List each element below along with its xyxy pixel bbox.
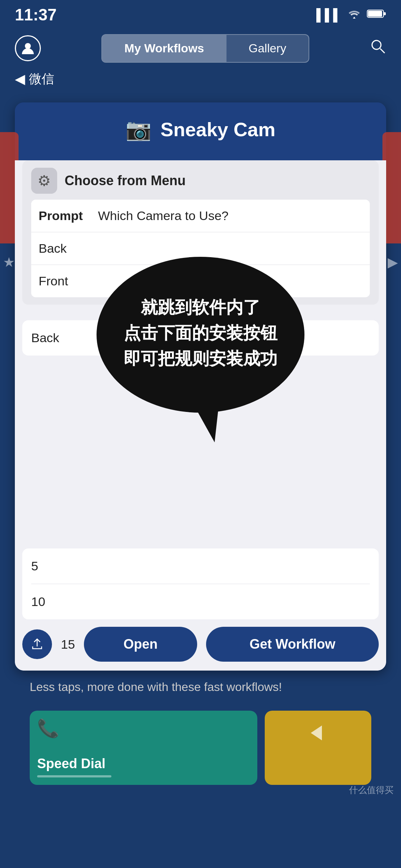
phone-icon: 📞 <box>37 718 59 739</box>
signal-icon: ▌▌▌ <box>316 8 342 22</box>
svg-line-5 <box>380 49 385 53</box>
back-arrow-icon: ◀ <box>15 71 25 87</box>
number-row-10: 10 <box>31 584 370 619</box>
bottom-action-bar: 15 Open Get Workflow <box>15 619 386 671</box>
card-header: 📷 Sneaky Cam <box>15 102 386 153</box>
front-item: Front <box>39 274 68 288</box>
open-button[interactable]: Open <box>84 627 197 662</box>
star-left-icon: ★ <box>3 255 15 270</box>
profile-icon[interactable] <box>15 35 41 61</box>
speech-bubble-text: 就跳到软件内了点击下面的安装按钮即可把规则安装成功 <box>124 295 277 371</box>
back-selected-text: Back <box>31 331 59 345</box>
prompt-value: Which Camera to Use? <box>98 209 228 223</box>
number-15: 15 <box>61 637 75 652</box>
workflow-card: 📷 Sneaky Cam ⚙ Choose from Menu Prompt W… <box>15 102 386 671</box>
svg-point-4 <box>372 40 381 49</box>
card-title: Sneaky Cam <box>160 118 275 141</box>
camera-icon: 📷 <box>125 117 151 142</box>
desc-text: Less taps, more done with these fast wor… <box>15 671 386 703</box>
menu-block-header: ⚙ Choose from Menu <box>31 168 370 194</box>
bottom-card-gold[interactable] <box>265 711 371 785</box>
bottom-cards: 📞 Speed Dial <box>15 703 386 792</box>
status-bar: 11:37 ▌▌▌ <box>0 0 401 30</box>
numbers-section: 5 10 <box>22 548 379 619</box>
status-icons: ▌▌▌ <box>316 8 386 22</box>
svg-rect-2 <box>368 11 382 17</box>
number-row-5: 5 <box>31 548 370 584</box>
bottom-card-title: Speed Dial <box>37 756 250 772</box>
wifi-icon <box>348 8 361 22</box>
get-workflow-button[interactable]: Get Workflow <box>206 627 379 662</box>
back-nav[interactable]: ◀ 微信 <box>0 67 401 95</box>
status-time: 11:37 <box>15 6 57 24</box>
card-body: ⚙ Choose from Menu Prompt Which Camera t… <box>15 160 386 671</box>
menu-row-prompt: Prompt Which Camera to Use? <box>31 200 370 232</box>
share-button[interactable] <box>22 629 52 659</box>
nav-bar: My Workflows Gallery <box>0 30 401 67</box>
svg-point-3 <box>25 43 31 49</box>
speech-bubble-overlay: 就跳到软件内了点击下面的安装按钮即可把规则安装成功 <box>97 257 304 413</box>
back-item: Back <box>39 241 67 256</box>
battery-icon <box>367 8 386 22</box>
back-label: 微信 <box>29 71 54 88</box>
menu-block-title: Choose from Menu <box>65 173 186 189</box>
nav-tabs: My Workflows Gallery <box>101 34 309 63</box>
gear-icon: ⚙ <box>31 168 57 194</box>
tab-gallery[interactable]: Gallery <box>226 35 309 62</box>
main-content: ★ ▶ 📷 Sneaky Cam ⚙ Choose from Menu Prom… <box>0 95 401 800</box>
svg-rect-1 <box>384 12 386 15</box>
tab-my-workflows[interactable]: My Workflows <box>102 35 226 62</box>
bottom-card-speed-dial[interactable]: 📞 Speed Dial <box>30 711 257 785</box>
prompt-label: Prompt <box>39 209 98 223</box>
speech-bubble: 就跳到软件内了点击下面的安装按钮即可把规则安装成功 <box>97 257 304 413</box>
watermark: 什么值得买 <box>349 784 394 796</box>
search-icon[interactable] <box>370 38 386 58</box>
star-right-icon: ▶ <box>388 255 398 270</box>
